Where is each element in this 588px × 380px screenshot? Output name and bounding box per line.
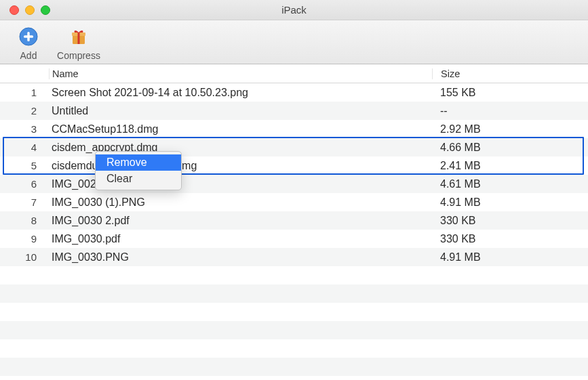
table-row[interactable]: 8IMG_0030 2.pdf330 KB bbox=[0, 211, 588, 230]
table-row[interactable]: 1Screen Shot 2021-09-14 at 10.50.23.png1… bbox=[0, 83, 588, 102]
empty-row bbox=[0, 303, 588, 321]
svg-rect-6 bbox=[78, 33, 80, 44]
row-index: 4 bbox=[0, 142, 49, 153]
compress-button[interactable]: Compress bbox=[58, 24, 99, 61]
file-name: CCMacSetup118.dmg bbox=[49, 123, 432, 135]
table-row[interactable]: 10IMG_0030.PNG4.91 MB bbox=[0, 248, 588, 266]
column-name-header[interactable]: Name bbox=[49, 68, 432, 79]
row-index: 9 bbox=[0, 233, 49, 245]
file-name: IMG_0030.PNG bbox=[49, 251, 432, 263]
file-name: Untitled bbox=[49, 105, 432, 117]
add-button[interactable]: Add bbox=[8, 24, 49, 61]
file-name: IMG_0030 2.pdf bbox=[49, 215, 432, 227]
empty-row bbox=[0, 321, 588, 339]
table-row[interactable]: 9IMG_0030.pdf330 KB bbox=[0, 230, 588, 248]
file-size: 4.91 MB bbox=[432, 251, 588, 263]
context-menu-clear[interactable]: Clear bbox=[96, 171, 181, 187]
row-index: 2 bbox=[0, 105, 49, 117]
empty-row bbox=[0, 284, 588, 303]
file-size: 330 KB bbox=[432, 233, 588, 245]
table-row[interactable]: 5cisdemduplicatefinder (1).dmg2.41 MB bbox=[0, 156, 588, 175]
context-menu: RemoveClear bbox=[95, 151, 182, 190]
row-index: 6 bbox=[0, 178, 49, 190]
file-size: 2.92 MB bbox=[432, 123, 588, 135]
row-index: 10 bbox=[0, 251, 49, 263]
file-name: Screen Shot 2021-09-14 at 10.50.23.png bbox=[49, 87, 432, 99]
gift-box-icon bbox=[66, 24, 91, 49]
row-index: 7 bbox=[0, 196, 49, 208]
add-button-label: Add bbox=[20, 50, 37, 61]
empty-row bbox=[0, 358, 588, 376]
file-name: IMG_0030 (1).PNG bbox=[49, 196, 432, 209]
row-index: 8 bbox=[0, 215, 49, 226]
title-bar: iPack bbox=[0, 0, 588, 20]
file-size: 4.66 MB bbox=[432, 142, 588, 154]
file-list: 1Screen Shot 2021-09-14 at 10.50.23.png1… bbox=[0, 83, 588, 376]
toolbar: Add Compress bbox=[0, 20, 588, 64]
file-name: IMG_0030.pdf bbox=[49, 233, 432, 245]
file-size: 4.91 MB bbox=[432, 196, 588, 209]
table-header: Name Size bbox=[0, 64, 588, 83]
empty-row bbox=[0, 339, 588, 358]
file-size: 2.41 MB bbox=[432, 160, 588, 172]
column-size-header[interactable]: Size bbox=[432, 68, 588, 79]
file-size: 155 KB bbox=[432, 87, 588, 99]
table-row[interactable]: 3CCMacSetup118.dmg2.92 MB bbox=[0, 120, 588, 138]
table-row[interactable]: 6IMG_0029.PNG4.61 MB bbox=[0, 175, 588, 193]
context-menu-remove[interactable]: Remove bbox=[96, 154, 181, 171]
row-index: 1 bbox=[0, 87, 49, 98]
table-row[interactable]: 7IMG_0030 (1).PNG4.91 MB bbox=[0, 193, 588, 211]
window-title: iPack bbox=[0, 4, 588, 16]
svg-rect-3 bbox=[24, 35, 33, 37]
empty-row bbox=[0, 266, 588, 284]
row-index: 5 bbox=[0, 160, 49, 171]
table-row[interactable]: 2Untitled-- bbox=[0, 102, 588, 120]
compress-button-label: Compress bbox=[57, 50, 100, 61]
file-size: 4.61 MB bbox=[432, 178, 588, 190]
file-size: -- bbox=[432, 105, 588, 117]
empty-rows bbox=[0, 266, 588, 376]
row-index: 3 bbox=[0, 123, 49, 135]
plus-circle-icon bbox=[16, 24, 41, 49]
file-size: 330 KB bbox=[432, 215, 588, 227]
table-row[interactable]: 4cisdem_appcrypt.dmg4.66 MB bbox=[0, 138, 588, 156]
